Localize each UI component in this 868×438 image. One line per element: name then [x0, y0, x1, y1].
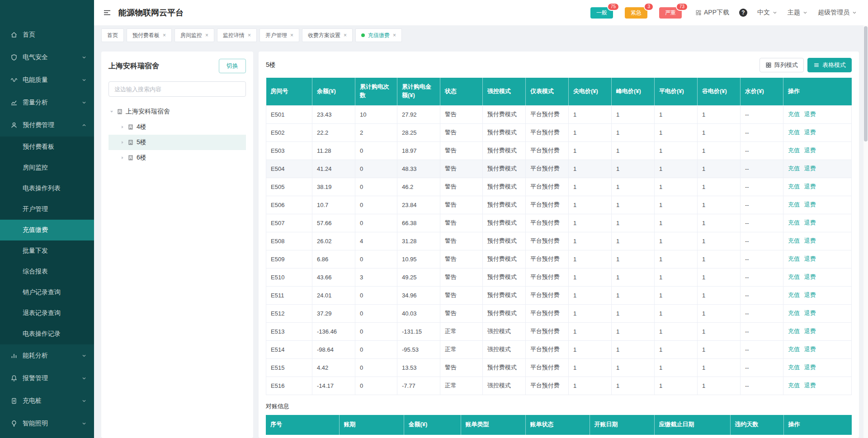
table-cell: 警告 [440, 196, 483, 214]
topbar: 能源物联网云平台 一般75紧急3严重73 APP下载 ? 中文 主题 超级管理员 [94, 0, 868, 25]
sidebar-item-home[interactable]: 首页 [0, 24, 94, 46]
theme-selector[interactable]: 主题 [788, 9, 808, 17]
refund-link[interactable]: 退费 [804, 111, 816, 118]
refund-link[interactable]: 退费 [804, 219, 816, 226]
table-mode-button[interactable]: 表格模式 [807, 58, 852, 72]
sidebar-item-charging-pile[interactable]: 充电桩 [0, 390, 94, 412]
recharge-link[interactable]: 充值 [788, 165, 800, 172]
sidebar-item-account-management[interactable]: 开户管理 [0, 199, 94, 220]
refund-link[interactable]: 退费 [804, 201, 816, 208]
refund-link[interactable]: 退费 [804, 346, 816, 353]
alarm-badge-general[interactable]: 一般75 [590, 7, 613, 19]
sidebar-item-meter-return-query[interactable]: 退表记录查询 [0, 303, 94, 324]
tab-account-management[interactable]: 开户管理× [259, 28, 299, 42]
refund-link[interactable]: 退费 [804, 364, 816, 371]
sidebar-item-power-quality[interactable]: 电能质量 [0, 69, 94, 91]
scrollbar-thumb[interactable] [864, 26, 868, 141]
sidebar-item-prepaid-dashboard[interactable]: 预付费看板 [0, 137, 94, 157]
table-cell: 预付费模式 [483, 178, 526, 196]
caret-down-icon[interactable] [109, 109, 114, 114]
recharge-link[interactable]: 充值 [788, 255, 800, 262]
sidebar-item-alarm-management[interactable]: 报警管理 [0, 367, 94, 390]
recharge-link[interactable]: 充值 [788, 382, 800, 389]
tree-node-floor[interactable]: 5楼 [108, 135, 246, 150]
table-cell: 1 [612, 105, 655, 123]
recharge-link[interactable]: 充值 [788, 328, 800, 334]
tab-fee-plan-settings[interactable]: 收费方案设置× [302, 28, 353, 42]
refund-link[interactable]: 退费 [804, 310, 816, 316]
caret-right-icon[interactable] [120, 140, 125, 145]
refund-link[interactable]: 退费 [804, 129, 816, 136]
recharge-link[interactable]: 充值 [788, 147, 800, 154]
table-cell: E511 [266, 286, 312, 304]
help-icon[interactable]: ? [739, 9, 747, 17]
content: 上海安科瑞宿舍 切换 上海安科瑞宿舍4楼5楼6楼 5楼 阵列模式表格模式 房间号… [94, 45, 868, 438]
user-menu[interactable]: 超级管理员 [818, 9, 857, 17]
caret-right-icon[interactable] [120, 125, 125, 129]
recharge-link[interactable]: 充值 [788, 310, 800, 316]
grid-mode-button[interactable]: 阵列模式 [760, 58, 804, 72]
refund-link[interactable]: 退费 [804, 273, 816, 280]
tab-recharge-payment[interactable]: 充值缴费× [355, 28, 402, 42]
sidebar-item-recharge-payment[interactable]: 充值缴费 [0, 220, 94, 240]
recharge-link[interactable]: 充值 [788, 292, 800, 298]
recharge-link[interactable]: 充值 [788, 111, 800, 118]
refund-link[interactable]: 退费 [804, 183, 816, 190]
sidebar-item-prepaid-management[interactable]: 预付费管理 [0, 114, 94, 137]
tab-close-icon[interactable]: × [344, 33, 347, 38]
refund-link[interactable]: 退费 [804, 292, 816, 298]
tab-close-icon[interactable]: × [290, 33, 293, 38]
vertical-scrollbar[interactable] [863, 25, 868, 438]
tree-panel-title: 上海安科瑞宿舍 [108, 61, 159, 71]
sidebar-item-label: 预付费看板 [23, 143, 54, 151]
recharge-link[interactable]: 充值 [788, 183, 800, 190]
tab-room-monitor[interactable]: 房间监控× [175, 28, 214, 42]
sidebar-item-electrical-safety[interactable]: 电气安全 [0, 46, 94, 69]
language-selector[interactable]: 中文 [757, 9, 778, 17]
recharge-link[interactable]: 充值 [788, 237, 800, 244]
refund-link[interactable]: 退费 [804, 255, 816, 262]
tab-close-icon[interactable]: × [163, 33, 166, 38]
tree-node-label: 6楼 [137, 154, 146, 162]
recharge-link[interactable]: 充值 [788, 346, 800, 353]
sidebar-item-demand-analysis[interactable]: 需量分析 [0, 91, 94, 114]
tab-close-icon[interactable]: × [393, 33, 396, 38]
recharge-link[interactable]: 充值 [788, 219, 800, 226]
table-cell: 1 [698, 160, 741, 178]
caret-right-icon[interactable] [120, 155, 125, 160]
refund-link[interactable]: 退费 [804, 382, 816, 389]
view-mode-label: 表格模式 [822, 61, 846, 69]
tab-prepaid-dashboard[interactable]: 预付费看板× [127, 28, 172, 42]
tree-node-floor[interactable]: 6楼 [108, 150, 246, 165]
tree-node-root[interactable]: 上海安科瑞宿舍 [108, 104, 246, 119]
tab-monitor-detail[interactable]: 监控详情× [217, 28, 257, 42]
reconciliation-title: 对账信息 [266, 402, 852, 410]
sidebar-item-room-monitor[interactable]: 房间监控 [0, 157, 94, 178]
recharge-link[interactable]: 充值 [788, 129, 800, 136]
app-download-button[interactable]: APP下载 [695, 9, 729, 17]
menu-collapse-icon[interactable] [103, 9, 111, 16]
refund-link[interactable]: 退费 [804, 147, 816, 154]
sidebar-item-batch-issue[interactable]: 批量下发 [0, 240, 94, 261]
sidebar-item-energy-analysis[interactable]: 能耗分析 [0, 344, 94, 367]
tab-close-icon[interactable]: × [248, 33, 251, 38]
alarm-badge-severe[interactable]: 严重73 [659, 7, 682, 19]
tab-home[interactable]: 首页 [101, 28, 124, 42]
table-cell: 1 [655, 105, 698, 123]
switch-building-button[interactable]: 切换 [219, 59, 246, 73]
tree-node-floor[interactable]: 4楼 [108, 119, 246, 135]
recharge-link[interactable]: 充值 [788, 364, 800, 371]
sidebar-item-comprehensive-report[interactable]: 综合报表 [0, 261, 94, 282]
refund-link[interactable]: 退费 [804, 237, 816, 244]
tree-search-input[interactable] [108, 81, 246, 97]
tab-close-icon[interactable]: × [205, 33, 208, 38]
alarm-badge-urgent[interactable]: 紧急3 [625, 7, 647, 19]
refund-link[interactable]: 退费 [804, 165, 816, 172]
sidebar-item-account-close-query[interactable]: 销户记录查询 [0, 282, 94, 303]
recharge-link[interactable]: 充值 [788, 273, 800, 280]
sidebar-item-smart-lighting[interactable]: 智能照明 [0, 412, 94, 435]
sidebar-item-meter-operation-record[interactable]: 电表操作记录 [0, 324, 94, 344]
recharge-link[interactable]: 充值 [788, 201, 800, 208]
sidebar-item-meter-operation-list[interactable]: 电表操作列表 [0, 178, 94, 199]
refund-link[interactable]: 退费 [804, 328, 816, 334]
